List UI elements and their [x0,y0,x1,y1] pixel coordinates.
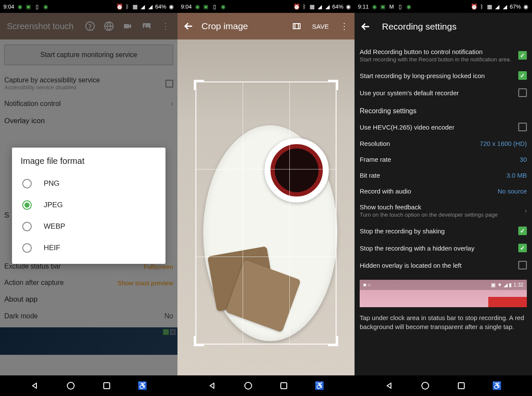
overlay-preview: ■ ○ ▣ ▼ ◢ ▮ 1:32 [360,280,527,307]
battery-icon: ◉ [345,3,351,9]
volte-icon: ▦ [487,3,493,9]
radio-icon[interactable] [22,222,32,231]
nav-accessibility-icon[interactable]: ♿ [314,381,325,391]
status-bar: 9:04 ◉ ▣ ▯ ◉ ⏰ ᛒ ▦ ◢ ◢ 64% ◉ [0,0,177,13]
file-format-dialog: Image file format PNGJPEGWEBPHEIF [12,148,165,264]
svg-rect-10 [281,383,287,389]
cast-icon: ▣ [491,282,496,288]
row-title: Stop the recording by shaking [360,227,445,235]
phone-3-recording: 9:11 ◉ ▣ M ▯ ◉ ⏰ ᛒ ▦ ◢ ◢ 67% ◉ Recording… [355,0,532,396]
checkbox[interactable] [518,261,527,269]
alarm-icon: ⏰ [117,3,123,9]
crop-handle-tl[interactable] [194,80,204,90]
checkbox[interactable] [518,227,527,235]
phone-1-settings: 9:04 ◉ ▣ ▯ ◉ ⏰ ᛒ ▦ ◢ ◢ 64% ◉ Screenshot … [0,0,177,396]
nav-recent-icon[interactable] [279,381,289,391]
save-button[interactable]: SAVE [312,23,329,30]
nav-accessibility-icon[interactable]: ♿ [492,381,502,391]
nav-accessibility-icon[interactable]: ♿ [137,381,147,391]
signal-icon: ◢ [494,3,500,9]
checkbox[interactable] [518,51,527,60]
svg-rect-8 [293,24,300,29]
svg-point-11 [422,382,429,389]
video-icon: ■ [363,282,366,288]
nav-back-icon[interactable] [385,381,395,391]
shake-row[interactable]: Stop the recording by shaking [360,222,527,239]
default-recorder-row[interactable]: Use your system's default recorder [360,84,527,101]
row-title: Start recording by long-pressing locked … [360,72,485,79]
back-icon[interactable] [360,21,372,33]
radio-option-jpeg[interactable]: JPEG [21,194,157,216]
overlay-left-row[interactable]: Hidden overlay is located on the left [360,257,527,274]
row-title: Add Recording button to control notifica… [360,48,514,55]
longpress-row[interactable]: Start recording by long-pressing locked … [360,67,527,84]
row-value: 3.0 MB [506,172,527,179]
volte-icon: ▦ [309,3,315,9]
nav-home-icon[interactable] [66,381,76,391]
bitrate-row[interactable]: Bit rate 3.0 MB [360,167,527,183]
hint-text: Tap under clock area in status bar to st… [360,307,527,337]
radio-label: WEBP [44,222,65,231]
row-title: Resolution [360,140,390,147]
sim-icon: ▯ [397,3,403,9]
row-title: Use HEVC(H.265) video encoder [360,124,454,131]
radio-icon[interactable] [22,200,32,210]
crop-handle-br[interactable] [328,336,338,346]
radio-option-png[interactable]: PNG [21,173,157,194]
app-icon: ▣ [25,3,31,9]
checkbox[interactable] [518,123,527,131]
signal2-icon: ◢ [325,3,331,9]
chevron-right-icon: › [525,207,527,214]
red-indicator [488,297,527,307]
radio-option-heif[interactable]: HEIF [21,237,157,259]
battery-pct: 64% [155,3,166,10]
radio-option-webp[interactable]: WEBP [21,216,157,237]
nav-back-icon[interactable] [30,381,40,391]
radio-label: PNG [44,179,60,188]
alarm-icon: ⏰ [471,3,477,9]
app-icon: ▣ [203,3,209,9]
checkbox[interactable] [518,71,527,80]
app2-icon: ◉ [406,3,412,9]
status-time: 9:11 [358,3,369,10]
signal-icon: ◢ [317,3,323,9]
audio-row[interactable]: Record with audio No source [360,183,527,199]
svg-point-9 [245,382,252,389]
more-icon[interactable]: ⋮ [339,21,349,31]
row-title: Record with audio [360,187,411,195]
nav-bar: ♿ [0,375,177,396]
row-title: Use your system's default recorder [360,89,459,97]
nav-recent-icon[interactable] [456,381,466,391]
checkbox[interactable] [518,244,527,252]
recording-section: Recording settings [360,101,527,118]
crop-handle-tr[interactable] [328,80,338,90]
phone-2-crop: 9:04 ◉ ▣ ▯ ◉ ⏰ ᛒ ▦ ◢ ◢ 64% ◉ Crop image … [177,0,355,396]
framerate-row[interactable]: Frame rate 30 [360,151,527,167]
radio-icon[interactable] [22,179,32,188]
settings-body: Add Recording button to control notifica… [355,40,532,375]
hevc-row[interactable]: Use HEVC(H.265) video encoder [360,118,527,136]
row-title: Stop the recording with a hidden overlay [360,245,475,252]
hidden-overlay-row[interactable]: Stop the recording with a hidden overlay [360,239,527,257]
signal-icon: ◢ [140,3,146,9]
nav-back-icon[interactable] [207,381,218,391]
signal2-icon: ◢ [147,3,153,9]
radio-label: JPEG [44,201,63,209]
crop-canvas[interactable] [177,39,355,375]
crop-frame[interactable] [195,82,337,345]
nav-home-icon[interactable] [243,381,253,391]
dialog-title: Image file format [21,156,157,166]
add-button-row[interactable]: Add Recording button to control notifica… [360,44,527,67]
checkbox[interactable] [518,88,527,97]
aspect-ratio-icon[interactable] [292,21,302,31]
radio-icon[interactable] [22,243,32,253]
whatsapp-icon: ◉ [194,3,200,9]
status-time: 9:04 [3,3,14,10]
nav-recent-icon[interactable] [102,381,112,391]
crop-handle-bl[interactable] [194,336,204,346]
back-icon[interactable] [183,20,195,32]
touch-row[interactable]: Show touch feedback Turn on the touch op… [360,199,527,222]
resolution-row[interactable]: Resolution 720 x 1600 (HD) [360,136,527,151]
nav-home-icon[interactable] [420,381,430,391]
nav-bar: ♿ [177,375,355,396]
